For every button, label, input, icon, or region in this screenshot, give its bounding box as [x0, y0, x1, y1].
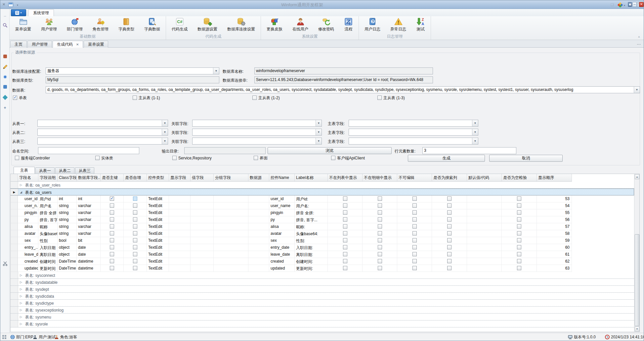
cut-icon[interactable] — [2, 261, 8, 267]
grid-cell-checkbox[interactable] — [397, 265, 432, 272]
checkbox-icon[interactable] — [343, 259, 347, 263]
checkbox-icon[interactable] — [378, 245, 382, 249]
grid-cell[interactable]: 性别: — [295, 237, 328, 244]
grid-cell[interactable]: entry_date — [269, 244, 295, 251]
vertical-scrollbar[interactable]: ▲▼ — [634, 174, 639, 332]
checkbox-icon[interactable] — [447, 231, 451, 235]
grid-cell[interactable]: 59 — [537, 237, 572, 244]
main-field-combo-1[interactable]: ▼ — [349, 129, 478, 136]
grid-tab-3[interactable]: 从表三 — [75, 167, 94, 174]
view-icon[interactable] — [2, 75, 8, 81]
checkbox-icon[interactable] — [254, 156, 258, 160]
chevron-down-icon[interactable]: ▼ — [472, 129, 478, 135]
checkbox-icon[interactable] — [110, 266, 114, 270]
grid-cell[interactable]: 用户名: — [295, 202, 328, 209]
grid-column-header-6[interactable]: 控件类型 — [147, 174, 169, 181]
grid-cell[interactable]: 更新时间: — [295, 265, 328, 272]
grid-cell[interactable]: 性别 — [38, 237, 58, 244]
checkbox-icon[interactable] — [110, 217, 114, 222]
checkbox-icon[interactable] — [133, 217, 137, 222]
grid-cell[interactable] — [248, 244, 269, 251]
checkbox-icon[interactable] — [412, 231, 417, 235]
table-group-row[interactable]: ▷表名: sysdictype — [11, 300, 634, 307]
grid-cell[interactable] — [169, 244, 191, 251]
grid-cell[interactable]: int — [58, 195, 77, 202]
grid-cell[interactable]: updated — [269, 265, 295, 272]
checkbox-icon[interactable] — [447, 210, 451, 215]
main-field-combo-0[interactable]: ▼ — [349, 120, 478, 127]
checkbox-icon[interactable] — [517, 231, 521, 235]
grid-cell[interactable]: string — [58, 202, 77, 209]
grid-cell-checkbox[interactable] — [502, 258, 537, 265]
grid-cell[interactable]: 离职日期 — [38, 251, 58, 258]
grid-cell-checkbox[interactable] — [397, 237, 432, 244]
grid-cell[interactable]: alisa — [18, 223, 38, 230]
checkbox-icon[interactable] — [447, 196, 451, 201]
output-dir-input[interactable] — [184, 147, 266, 154]
brush-icon[interactable] — [2, 96, 8, 102]
grid-cell[interactable]: 昵称 — [38, 223, 58, 230]
grid-cell[interactable]: string — [58, 209, 77, 216]
db-name-input[interactable]: winformdevelopframeserver — [254, 67, 433, 74]
grid-cell[interactable]: pingyin — [18, 209, 38, 216]
generate-option-checkbox-1[interactable]: 实体类 — [95, 156, 113, 161]
grid-cell-checkbox[interactable] — [397, 244, 432, 251]
checkbox-icon[interactable] — [110, 210, 114, 215]
grid-cell[interactable]: 56 — [537, 216, 572, 223]
grid-cell[interactable]: object — [58, 244, 77, 251]
tables-combo[interactable]: d, goods, m, oa_departments, oa_form_gro… — [46, 86, 640, 93]
checkbox-icon[interactable] — [517, 259, 521, 263]
grid-cell[interactable] — [169, 195, 191, 202]
table-group-row[interactable]: ▷表名: sysconnect — [11, 272, 634, 279]
ribbon-button-sort-za[interactable]: ZA测试 — [411, 16, 430, 34]
grid-tab-1[interactable]: 从表一 — [35, 167, 55, 174]
grid-cell-checkbox[interactable] — [363, 237, 397, 244]
checkbox-icon[interactable] — [343, 252, 347, 256]
grid-cell-checkbox[interactable] — [101, 258, 124, 265]
ribbon-button-globe-flag[interactable]: 部门管理 — [62, 16, 88, 34]
relation-field-combo-0[interactable]: ▼ — [192, 120, 322, 127]
grid-cell-checkbox[interactable] — [101, 244, 124, 251]
grid-column-header-17[interactable]: 默认值/代码 — [467, 174, 502, 181]
expand-closed-icon[interactable]: ▷ — [20, 274, 22, 277]
grid-cell-checkbox[interactable] — [397, 223, 432, 230]
add-icon[interactable]: + — [2, 106, 8, 111]
grid-cell-checkbox[interactable] — [432, 237, 467, 244]
grid-cell[interactable] — [248, 209, 269, 216]
chevron-down-icon[interactable]: ▼ — [162, 129, 168, 135]
grid-cell[interactable] — [214, 209, 248, 216]
checkbox-icon[interactable] — [412, 252, 417, 256]
grid-column-header-16[interactable]: 是否为搜索列 — [432, 174, 467, 181]
grid-cell[interactable] — [169, 223, 191, 230]
checkbox-icon[interactable] — [110, 245, 114, 249]
grid-cell[interactable] — [467, 202, 502, 209]
checkbox-icon[interactable] — [95, 156, 100, 160]
grid-cell-checkbox[interactable] — [328, 230, 363, 237]
checkbox-icon[interactable] — [517, 224, 521, 229]
checkbox-icon[interactable] — [110, 238, 114, 242]
checkbox-icon[interactable] — [343, 203, 347, 208]
grid-column-header-0[interactable]: 字段名 — [18, 174, 38, 181]
grid-cell-checkbox[interactable] — [328, 209, 363, 216]
grid-cell[interactable]: 拼音, 首字... — [295, 216, 328, 223]
dots-icon[interactable]: ‥ — [2, 13, 8, 19]
grid-cell[interactable]: DateTime — [58, 258, 77, 265]
grid-column-header-8[interactable]: 值字段 — [191, 174, 214, 181]
grid-cell-checkbox[interactable] — [502, 202, 537, 209]
grid-cell-checkbox[interactable] — [502, 209, 537, 216]
checkbox-icon[interactable] — [172, 156, 177, 160]
grid-data-row[interactable]: user_n...用户名stringvarcharTextEdituser_na… — [11, 202, 572, 209]
checkbox-icon[interactable] — [447, 203, 451, 208]
grid-cell[interactable]: 61 — [537, 251, 572, 258]
grid-cell[interactable] — [214, 258, 248, 265]
generate-option-checkbox-3[interactable]: 界面 — [254, 156, 268, 161]
grid-cell[interactable]: datetime — [77, 265, 101, 272]
grid-cell[interactable]: 入职日期: — [295, 244, 328, 251]
checkbox-icon[interactable] — [412, 266, 417, 270]
grid-cell-checkbox[interactable] — [101, 223, 124, 230]
skin-dropdown-icon[interactable]: ▾ — [624, 3, 625, 8]
grid-cell-checkbox[interactable] — [101, 265, 124, 272]
grid-cell[interactable]: TextEdit — [147, 258, 169, 265]
grid-cell-checkbox[interactable] — [502, 216, 537, 223]
grid-cell[interactable]: varchar — [77, 216, 101, 223]
